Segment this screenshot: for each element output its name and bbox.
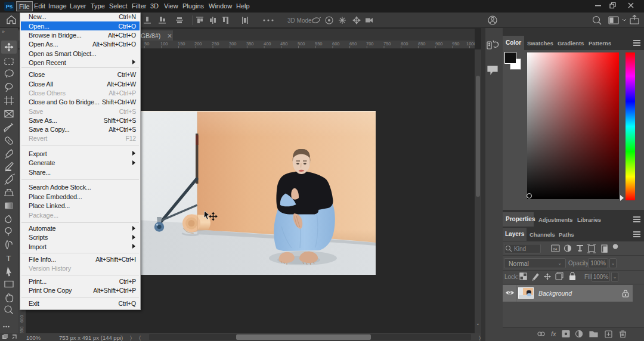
- svg-text:»: »: [2, 29, 5, 35]
- svg-text:850: 850: [418, 41, 426, 46]
- svg-text:200: 200: [194, 41, 202, 46]
- svg-text:650: 650: [349, 41, 357, 46]
- svg-text:250: 250: [212, 41, 219, 46]
- svg-text:350: 350: [246, 41, 254, 46]
- svg-text:600: 600: [332, 41, 340, 46]
- svg-text:64: 64: [553, 247, 558, 251]
- svg-text:800: 800: [401, 41, 408, 46]
- svg-text:1000: 1000: [466, 41, 475, 46]
- svg-text:700: 700: [366, 41, 374, 46]
- svg-text:3D Mode:: 3D Mode:: [287, 17, 313, 24]
- svg-text:950: 950: [452, 41, 460, 46]
- svg-text:400: 400: [264, 41, 271, 46]
- svg-text:450: 450: [280, 41, 288, 46]
- svg-text:150: 150: [178, 41, 185, 46]
- svg-text:50: 50: [144, 41, 149, 46]
- svg-text:100: 100: [160, 41, 168, 46]
- svg-text:550: 550: [315, 41, 323, 46]
- svg-text:500: 500: [298, 41, 305, 46]
- svg-text:750: 750: [383, 41, 391, 46]
- svg-text:T: T: [7, 254, 11, 263]
- svg-text:900: 900: [435, 41, 443, 46]
- svg-text:fx: fx: [551, 330, 556, 337]
- svg-text:300: 300: [229, 41, 237, 46]
